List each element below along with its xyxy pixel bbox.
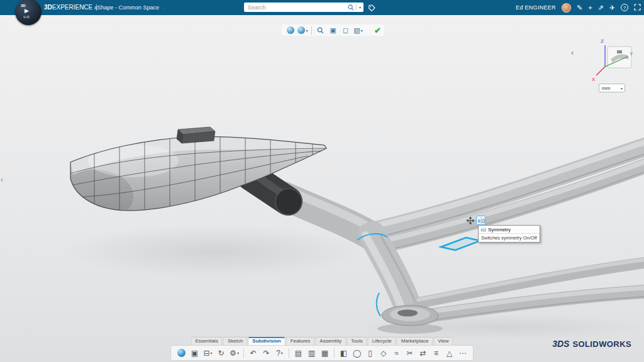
3ds-logo-mark: 3DS xyxy=(552,339,569,349)
trim-icon[interactable]: ✂ xyxy=(404,347,416,359)
tooltip-title: Symmetry xyxy=(488,227,511,233)
loft-icon[interactable]: ≈ xyxy=(391,347,402,359)
clamp-block[interactable] xyxy=(177,127,215,143)
add-icon[interactable]: + xyxy=(588,4,592,11)
search-bar[interactable]: ▾ xyxy=(244,3,364,12)
sub-sphere-icon[interactable]: ◯ xyxy=(351,347,363,359)
primitive-cylinder-icon[interactable]: ▥ xyxy=(306,347,318,359)
solidworks-wordmark: SOLIDWORKS xyxy=(572,339,631,349)
design-manager-icon[interactable]: ▤ xyxy=(292,347,304,359)
settings-icon[interactable]: ⚙▾ xyxy=(228,347,240,359)
transform-icon[interactable]: △ xyxy=(443,347,455,359)
hide-show-icon[interactable]: ◻ xyxy=(340,25,351,35)
edit-icon[interactable]: ✎ xyxy=(577,4,582,11)
app-launcher-icon[interactable] xyxy=(175,347,187,359)
compass-vr-label: V+R xyxy=(23,15,30,19)
display-modes-glyph: ▧ xyxy=(353,26,360,35)
tab-subdivision[interactable]: Subdivision xyxy=(248,337,285,345)
send-icon[interactable]: ✈ xyxy=(609,4,615,11)
search-scope-caret-icon[interactable]: ▾ xyxy=(359,5,361,9)
update-icon[interactable]: ↻ xyxy=(215,347,227,359)
compass-play-icon[interactable]: ▶ xyxy=(25,8,29,14)
search-divider xyxy=(356,4,357,10)
share-icon[interactable]: ⇗ xyxy=(598,4,604,11)
tab-essentials[interactable]: Essentials xyxy=(191,337,222,345)
more-tools-icon[interactable]: ⋯ xyxy=(457,347,469,359)
loft-glyph: ≈ xyxy=(394,349,399,357)
axis-y-label: Y xyxy=(630,51,633,57)
tooltip-header: Symmetry xyxy=(479,226,540,234)
caret-down-icon: ▾ xyxy=(361,28,363,33)
thicken-icon[interactable]: ≡ xyxy=(430,347,442,359)
more-tools-glyph: ⋯ xyxy=(459,349,467,357)
thicken-glyph: ≡ xyxy=(434,349,438,357)
help-mark: ? xyxy=(623,5,626,11)
apply-check-icon[interactable]: ✔ xyxy=(374,26,381,35)
new-model-icon[interactable]: ▣ xyxy=(189,347,201,359)
user-avatar[interactable] xyxy=(562,3,571,13)
help-glyph: ? xyxy=(276,349,280,357)
caret-down-icon: ▾ xyxy=(306,28,308,33)
tab-lifecycle[interactable]: Lifecycle xyxy=(368,337,396,345)
symmetry-tooltip: Symmetry Switches symmetry On/Off xyxy=(478,225,540,243)
viewcube-collapse-icon[interactable]: ‹ xyxy=(571,48,574,57)
brand-experience: EXPERIENCE xyxy=(52,4,92,11)
section-view-icon[interactable]: ▣ xyxy=(328,25,338,35)
user-name[interactable]: Ed ENGINEER xyxy=(516,4,556,11)
units-dropdown[interactable]: mm ▾ xyxy=(599,84,625,92)
top-bar: 3DEXPERIENCE| xShape - Common Space ▾ ▾ … xyxy=(0,0,644,15)
free-drag-icon[interactable] xyxy=(465,216,475,225)
visual-filters-icon[interactable]: ▾ xyxy=(297,25,308,35)
sphere-glyph xyxy=(287,26,294,34)
save-icon[interactable]: ⊟▾ xyxy=(202,347,214,359)
tab-view[interactable]: View xyxy=(433,337,453,345)
tag-icon[interactable] xyxy=(368,3,375,14)
tab-features[interactable]: Features xyxy=(286,337,315,345)
caret-down-icon: ▾ xyxy=(621,86,623,90)
redo-icon[interactable]: ↷ xyxy=(260,347,272,359)
sub-cylinder-icon[interactable]: ▯ xyxy=(364,347,376,359)
action-bar-separator xyxy=(243,348,244,358)
orientation-widget[interactable]: Z Y X xyxy=(589,34,635,88)
settings-glyph: ⚙ xyxy=(230,349,236,357)
tab-sketch[interactable]: Sketch xyxy=(223,337,247,345)
help-icon[interactable]: ?▾ xyxy=(274,347,286,359)
sphere-glyph xyxy=(297,26,305,34)
grid-display-icon[interactable]: ▦ xyxy=(319,347,331,359)
zoom-area-icon[interactable] xyxy=(315,25,326,35)
sub-box-icon[interactable]: ◧ xyxy=(338,347,350,359)
bottom-bracket[interactable] xyxy=(382,305,438,326)
application-window: 3DEXPERIENCE| xShape - Common Space ▾ ▾ … xyxy=(0,0,644,362)
help-icon[interactable]: ? xyxy=(621,4,628,11)
render-style-icon[interactable] xyxy=(285,25,296,35)
fullscreen-icon[interactable] xyxy=(634,4,641,12)
sub-sphere-glyph: ◯ xyxy=(353,349,361,357)
display-modes-icon[interactable]: ▧ ▾ xyxy=(353,25,364,35)
3dexperience-compass[interactable]: 3D ▶ V+R xyxy=(15,0,42,25)
design-manager-glyph: ▤ xyxy=(295,349,302,357)
grid-display-glyph: ▦ xyxy=(321,349,328,357)
save-glyph: ⊟ xyxy=(203,349,209,357)
tab-tools[interactable]: Tools xyxy=(347,337,367,345)
face-edit-icon[interactable]: ◇ xyxy=(377,347,389,359)
symmetry-icon[interactable]: ⇄ xyxy=(417,347,429,359)
left-panel-expander-icon[interactable]: ‹ xyxy=(1,175,3,184)
new-model-glyph: ▣ xyxy=(191,349,198,357)
tab-marketplace[interactable]: Marketplace xyxy=(397,337,433,345)
viewport-3d-scene[interactable] xyxy=(0,0,644,362)
brand-3d: 3D xyxy=(44,4,52,11)
view-toolbar: ▾ ▣ ◻ ▧ ▾ ✔ xyxy=(282,25,384,36)
app-title[interactable]: xShape - Common Space ▾ xyxy=(94,4,164,11)
platform-brand: 3DEXPERIENCE| xyxy=(44,4,101,11)
primitive-cylinder-glyph: ▥ xyxy=(308,349,315,357)
workbench-tabs: Essentials Sketch Subdivision Features A… xyxy=(191,337,453,345)
sub-box-glyph: ◧ xyxy=(340,349,347,357)
sub-cylinder-glyph: ▯ xyxy=(368,349,372,357)
undo-glyph: ↶ xyxy=(250,349,256,357)
search-icon[interactable] xyxy=(348,4,354,11)
undo-icon[interactable]: ↶ xyxy=(247,347,259,359)
chevron-down-icon: ▾ xyxy=(162,6,164,10)
search-input[interactable] xyxy=(244,4,348,11)
symmetry-toggle-icon[interactable] xyxy=(476,216,486,225)
tab-assembly[interactable]: Assembly xyxy=(315,337,346,345)
